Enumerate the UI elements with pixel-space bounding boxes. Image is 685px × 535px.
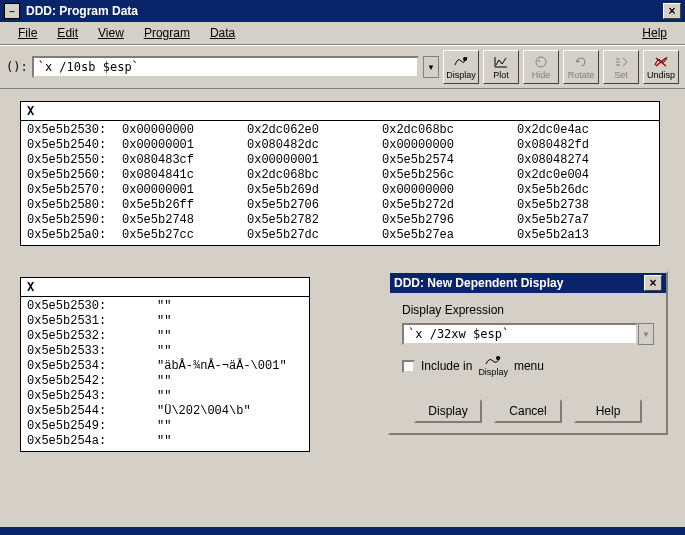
dialog-help-button[interactable]: Help (574, 399, 642, 423)
table-row: 0x5e5b2540:0x000000010x080482dc0x0000000… (27, 138, 653, 153)
dialog-close-button[interactable]: × (644, 275, 662, 291)
memory-value: "" (157, 314, 171, 329)
dialog-cancel-button[interactable]: Cancel (494, 399, 562, 423)
table-row: 0x5e5b2543:"" (27, 389, 303, 404)
memory-cell: 0x5e5b27dc (247, 228, 382, 243)
memory-panel-1[interactable]: X 0x5e5b2530:0x000000000x2dc062e00x2dc06… (20, 101, 660, 246)
memory-value: "" (157, 299, 171, 314)
memory-address: 0x5e5b2533: (27, 344, 157, 359)
undisp-button[interactable]: Undisp (643, 50, 679, 84)
close-button[interactable]: × (663, 3, 681, 19)
memory-cell: 0x00000000 (122, 123, 247, 138)
expression-input[interactable] (32, 56, 419, 78)
memory-address: 0x5e5b2530: (27, 299, 157, 314)
panel2-body: 0x5e5b2530:""0x5e5b2531:""0x5e5b2532:""0… (21, 297, 309, 451)
main-titlebar: – DDD: Program Data × (0, 0, 685, 22)
memory-cell: 0x5e5b2570: (27, 183, 122, 198)
table-row: 0x5e5b2544:"Ü\202\004\b" (27, 404, 303, 419)
memory-cell: 0x0804841c (122, 168, 247, 183)
new-display-dialog: DDD: New Dependent Display × Display Exp… (388, 271, 668, 435)
panel2-header: X (21, 278, 309, 297)
hide-button[interactable]: Hide (523, 50, 559, 84)
memory-cell: 0x5e5b2a13 (517, 228, 617, 243)
memory-cell: 0x5e5b27ea (382, 228, 517, 243)
table-row: 0x5e5b2531:"" (27, 314, 303, 329)
svg-point-1 (536, 57, 546, 67)
menubar: File Edit View Program Data Help (0, 22, 685, 45)
memory-cell: 0x00000000 (382, 183, 517, 198)
memory-value: "" (157, 389, 171, 404)
set-icon (613, 55, 629, 69)
menu-view[interactable]: View (88, 24, 134, 42)
plot-button[interactable]: Plot (483, 50, 519, 84)
memory-cell: 0x5e5b269d (247, 183, 382, 198)
table-row: 0x5e5b2550:0x080483cf0x000000010x5e5b257… (27, 153, 653, 168)
system-menu-icon[interactable]: – (4, 3, 20, 19)
memory-cell: 0x2dc062e0 (247, 123, 382, 138)
display-menu-icon: Display (478, 355, 508, 377)
display-expression-dropdown[interactable]: ▼ (638, 323, 654, 345)
include-in-menu-checkbox[interactable] (402, 360, 415, 373)
set-button[interactable]: Set (603, 50, 639, 84)
table-row: 0x5e5b2534:"äbÅ-¾nÅ-¬äÅ-\001" (27, 359, 303, 374)
table-row: 0x5e5b254a:"" (27, 434, 303, 449)
hide-icon (533, 55, 549, 69)
memory-panel-2[interactable]: X 0x5e5b2530:""0x5e5b2531:""0x5e5b2532:"… (20, 277, 310, 452)
memory-cell: 0x5e5b2782 (247, 213, 382, 228)
table-row: 0x5e5b2530:0x000000000x2dc062e00x2dc068b… (27, 123, 653, 138)
display-expression-label: Display Expression (402, 303, 654, 317)
menu-data[interactable]: Data (200, 24, 245, 42)
include-label-post: menu (514, 359, 544, 373)
data-canvas: X 0x5e5b2530:0x000000000x2dc062e00x2dc06… (0, 89, 685, 535)
memory-address: 0x5e5b2544: (27, 404, 157, 419)
memory-cell: 0x2dc068bc (382, 123, 517, 138)
display-icon (453, 55, 469, 69)
memory-cell: 0x5e5b26dc (517, 183, 617, 198)
memory-value: "" (157, 344, 171, 359)
memory-cell: 0x5e5b2796 (382, 213, 517, 228)
memory-cell: 0x00000001 (247, 153, 382, 168)
display-expression-input[interactable] (402, 323, 638, 345)
memory-cell: 0x5e5b256c (382, 168, 517, 183)
memory-cell: 0x5e5b2580: (27, 198, 122, 213)
menu-program[interactable]: Program (134, 24, 200, 42)
memory-cell: 0x5e5b2560: (27, 168, 122, 183)
memory-cell: 0x5e5b25a0: (27, 228, 122, 243)
memory-address: 0x5e5b2543: (27, 389, 157, 404)
display-button[interactable]: Display (443, 50, 479, 84)
svg-point-2 (538, 60, 540, 62)
dialog-titlebar: DDD: New Dependent Display × (390, 273, 666, 293)
table-row: 0x5e5b2532:"" (27, 329, 303, 344)
menu-help[interactable]: Help (632, 24, 677, 42)
memory-value: "" (157, 329, 171, 344)
memory-value: "" (157, 419, 171, 434)
dialog-display-button[interactable]: Display (414, 399, 482, 423)
memory-cell: 0x5e5b2574 (382, 153, 517, 168)
table-row: 0x5e5b25a0:0x5e5b27cc0x5e5b27dc0x5e5b27e… (27, 228, 653, 243)
svg-point-3 (496, 356, 500, 360)
memory-cell: 0x5e5b2540: (27, 138, 122, 153)
table-row: 0x5e5b2530:"" (27, 299, 303, 314)
memory-cell: 0x2dc0e004 (517, 168, 617, 183)
panel1-body: 0x5e5b2530:0x000000000x2dc062e00x2dc068b… (21, 121, 659, 245)
memory-cell: 0x00000001 (122, 183, 247, 198)
menu-file[interactable]: File (8, 24, 47, 42)
memory-cell: 0x080482dc (247, 138, 382, 153)
toolbar: (): ▼ Display Plot Hide Rotate Set Undis… (0, 45, 685, 89)
table-row: 0x5e5b2590:0x5e5b27480x5e5b27820x5e5b279… (27, 213, 653, 228)
rotate-icon (573, 55, 589, 69)
rotate-button[interactable]: Rotate (563, 50, 599, 84)
memory-cell: 0x00000000 (382, 138, 517, 153)
memory-value: "äbÅ-¾nÅ-¬äÅ-\001" (157, 359, 287, 374)
memory-cell: 0x5e5b2706 (247, 198, 382, 213)
menu-edit[interactable]: Edit (47, 24, 88, 42)
memory-cell: 0x2dc0e4ac (517, 123, 617, 138)
dialog-title: DDD: New Dependent Display (394, 276, 644, 290)
table-row: 0x5e5b2549:"" (27, 419, 303, 434)
table-row: 0x5e5b2560:0x0804841c0x2dc068bc0x5e5b256… (27, 168, 653, 183)
memory-cell: 0x5e5b2738 (517, 198, 617, 213)
memory-address: 0x5e5b254a: (27, 434, 157, 449)
expression-dropdown[interactable]: ▼ (423, 56, 439, 78)
memory-cell: 0x00000001 (122, 138, 247, 153)
memory-cell: 0x5e5b27cc (122, 228, 247, 243)
